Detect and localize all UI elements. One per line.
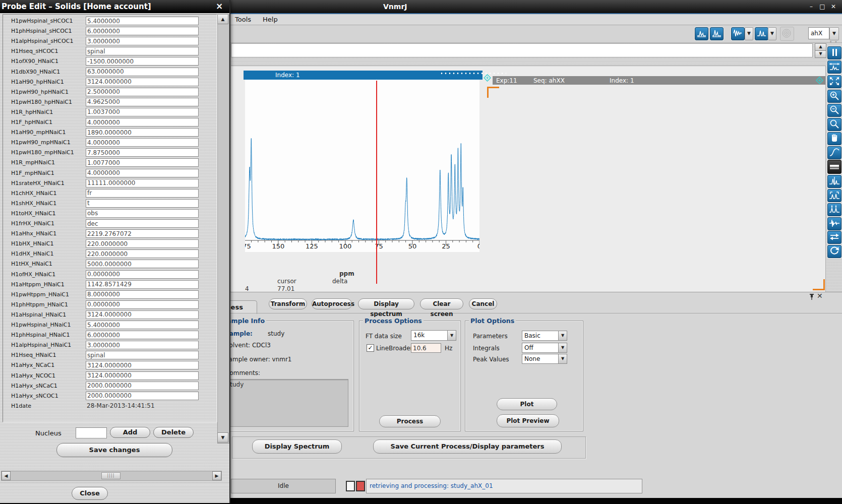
param-input[interactable] (86, 118, 199, 127)
zoom-select-icon[interactable] (827, 118, 841, 131)
pan-hand-icon[interactable] (827, 132, 841, 145)
scrollbar-up-icon[interactable]: ▲ (217, 14, 228, 24)
param-input[interactable] (86, 239, 199, 248)
process-button[interactable]: Process (379, 415, 441, 427)
spectrum-cursor-line[interactable] (376, 81, 377, 284)
param-input[interactable] (86, 189, 199, 198)
expand-icon[interactable] (827, 75, 841, 88)
param-input[interactable] (86, 108, 199, 116)
plot-preview-button[interactable]: Plot Preview (497, 414, 559, 427)
scroll-down-icon[interactable]: ▼ (815, 50, 826, 58)
threshold-icon[interactable] (827, 175, 841, 188)
dialog-close-button[interactable]: Close (72, 487, 108, 500)
zoom-in-icon[interactable] (827, 90, 841, 103)
param-input[interactable] (86, 341, 199, 349)
param-input[interactable] (86, 270, 199, 279)
frame2-handle-diamond-icon[interactable] (816, 77, 823, 86)
param-input[interactable] (86, 169, 199, 177)
scrollbar-down-icon[interactable]: ▼ (217, 432, 228, 443)
vertical-scrollbar[interactable] (217, 14, 229, 444)
param-input[interactable] (86, 371, 199, 380)
dialog-close-icon[interactable]: × (216, 1, 223, 11)
param-input[interactable] (86, 179, 199, 187)
zoom-out-icon[interactable] (827, 104, 841, 117)
clear-screen-button[interactable]: Clear screen (420, 298, 463, 309)
fid-trace-icon[interactable] (827, 217, 841, 230)
peak-pick-icon[interactable] (827, 203, 841, 216)
param-input[interactable] (86, 209, 199, 218)
linebroaden-checkbox[interactable]: ✓ (367, 344, 374, 352)
display-spectrum-bottom-button[interactable]: Display Spectrum (252, 439, 342, 454)
experiment-combo[interactable]: ahX (808, 27, 829, 39)
param-input[interactable] (86, 88, 199, 96)
spectrum-axis-icon[interactable] (710, 27, 724, 40)
frame-handle-diamond-icon[interactable] (484, 74, 491, 82)
param-input[interactable] (86, 27, 199, 35)
ft-data-size-combo[interactable]: 16k (411, 330, 449, 341)
comments-textarea[interactable]: study (225, 379, 348, 427)
param-input[interactable] (86, 260, 199, 268)
param-input[interactable] (86, 290, 199, 299)
param-input[interactable] (86, 310, 199, 319)
spectrum-peaks-icon[interactable] (755, 27, 768, 40)
two-cursors-icon[interactable] (827, 46, 841, 59)
linebroaden-input[interactable] (411, 343, 441, 353)
status-square-icon[interactable] (346, 481, 355, 491)
param-input[interactable] (86, 392, 199, 400)
param-input[interactable] (86, 300, 199, 309)
param-input[interactable] (86, 68, 199, 76)
param-input[interactable] (86, 219, 199, 228)
integrals-combo-arrow-icon[interactable]: ▼ (558, 343, 567, 353)
integral-regions-icon[interactable] (827, 189, 841, 202)
fid-icon[interactable] (731, 27, 745, 40)
dialog-titlebar[interactable]: Probe Edit – Solids [Home account] × (0, 0, 229, 13)
transform-button[interactable]: Transform (269, 298, 307, 309)
nucleus-input[interactable] (76, 427, 107, 438)
redraw-icon[interactable] (827, 245, 841, 258)
swap-icon[interactable] (827, 231, 841, 244)
peak-values-combo[interactable]: None (522, 354, 560, 364)
parameters-combo-arrow-icon[interactable]: ▼ (558, 331, 567, 341)
autoprocess-button[interactable]: Autoprocess (312, 298, 352, 309)
horizontal-scrollbar[interactable]: ◀ ▶ |||| (1, 471, 222, 481)
scrollbar-right-icon[interactable]: ▶ (212, 471, 221, 480)
param-input[interactable] (86, 321, 199, 329)
peak-values-combo-arrow-icon[interactable]: ▼ (558, 354, 567, 364)
phase-icon[interactable] (827, 146, 841, 159)
close-icon[interactable]: ✕ (829, 3, 837, 11)
param-input[interactable] (86, 37, 199, 45)
cancel-button[interactable]: Cancel (469, 298, 497, 309)
integrals-combo[interactable]: Off (522, 343, 560, 353)
param-input[interactable] (86, 199, 199, 208)
param-input[interactable] (86, 128, 199, 137)
experiment-combo-arrow-icon[interactable]: ▼ (829, 27, 839, 40)
parameters-combo[interactable]: Basic (522, 331, 560, 341)
param-input[interactable] (86, 361, 199, 369)
full-width-icon[interactable] (827, 60, 841, 74)
param-input[interactable] (86, 158, 199, 167)
delete-button[interactable]: Delete (153, 427, 194, 438)
maximize-icon[interactable]: □ (818, 3, 826, 11)
command-entry[interactable] (231, 43, 813, 57)
scrollbar-left-icon[interactable]: ◀ (2, 471, 11, 480)
spectrum-small-icon[interactable] (695, 27, 708, 40)
minimize-icon[interactable]: – (807, 3, 815, 11)
peaks-dropdown-icon[interactable]: ▼ (768, 27, 776, 40)
toolbar-drag-dots[interactable]: • • • (829, 39, 838, 42)
add-button[interactable]: Add (110, 427, 150, 438)
param-input[interactable] (86, 17, 199, 25)
menu-tools[interactable]: Tools (235, 16, 251, 23)
save-changes-button[interactable]: Save changes (56, 443, 172, 457)
save-current-parameters-button[interactable]: Save Current Process/Display parameters (373, 439, 562, 454)
frame-drag-dots[interactable] (440, 72, 506, 75)
scrollbar-thumb[interactable]: |||| (101, 472, 121, 479)
param-input[interactable] (86, 98, 199, 106)
menu-help[interactable]: Help (263, 16, 278, 23)
param-input[interactable] (86, 138, 199, 147)
display-spectrum-button[interactable]: Display spectrum (358, 298, 414, 309)
param-input[interactable] (86, 249, 199, 258)
param-input[interactable] (86, 229, 199, 238)
param-input[interactable] (86, 78, 199, 86)
status-stop-icon[interactable] (356, 481, 365, 491)
ft-combo-arrow-icon[interactable]: ▼ (447, 330, 456, 341)
